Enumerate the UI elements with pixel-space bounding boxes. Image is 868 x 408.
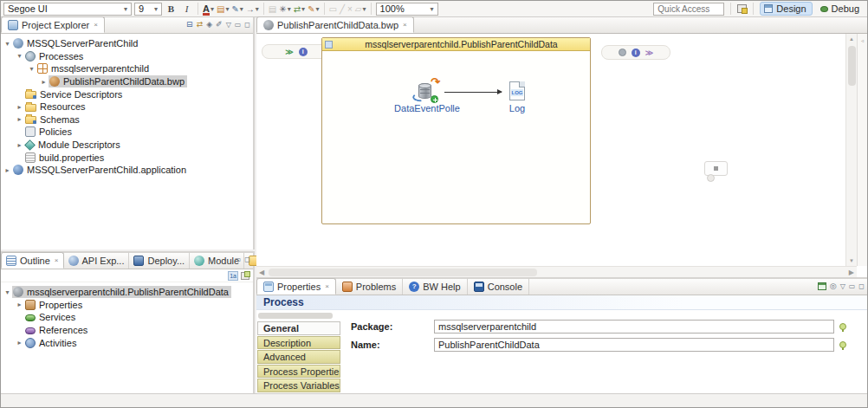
scrollbar-thumb[interactable] — [269, 269, 537, 276]
tab-deployment[interactable]: Deploy... — [129, 252, 190, 269]
scroll-right-icon[interactable]: ▶ — [846, 269, 857, 276]
line-color-button[interactable]: ✎▾ — [231, 4, 243, 14]
partner-icon[interactable] — [619, 49, 626, 56]
side-tab-description[interactable]: Description — [257, 336, 340, 350]
sort-alphabetical-icon[interactable]: 1a — [228, 271, 238, 281]
tree-item-package[interactable]: ▾ mssqlserverparentchild — [1, 62, 253, 75]
tab-console[interactable]: Console — [468, 278, 529, 295]
open-perspective-icon[interactable] — [737, 4, 747, 13]
close-icon[interactable]: × — [55, 256, 59, 264]
design-perspective-button[interactable]: Design — [760, 2, 812, 16]
outline-item-activities[interactable]: ▸ Activities — [1, 336, 253, 349]
palette-collapse-icon[interactable]: ◃ — [861, 38, 864, 43]
tree-item-processes[interactable]: ▾ Processes — [1, 50, 253, 63]
chevron-collapsed-icon[interactable]: ▸ — [15, 301, 24, 308]
chevron-collapsed-icon[interactable]: ▸ — [15, 141, 24, 149]
minimize-icon[interactable]: ▭ — [849, 282, 856, 290]
scroll-left-icon[interactable]: ◀ — [256, 269, 267, 276]
chevron-collapsed-icon[interactable]: ▸ — [15, 115, 24, 123]
debug-perspective-button[interactable]: Debug — [817, 3, 865, 15]
view-menu-icon[interactable]: ▽ — [226, 21, 231, 29]
customize-view-icon[interactable]: ✐ — [216, 20, 223, 29]
link-style-button[interactable]: ⇄▾ — [294, 4, 305, 14]
activity-label-log[interactable]: Log — [502, 103, 533, 113]
chevron-collapsed-icon[interactable]: ▸ — [15, 103, 24, 111]
minimize-icon[interactable]: ▭ — [235, 256, 242, 263]
close-icon[interactable]: × — [325, 282, 329, 290]
info-icon[interactable]: i — [299, 48, 308, 56]
connector-style-button[interactable]: →▾ — [246, 4, 259, 14]
side-tab-process-variables[interactable]: Process Variables — [257, 379, 340, 392]
canvas-horizontal-scrollbar[interactable]: ◀ ▶ — [256, 266, 857, 277]
activity-dataeventpoller[interactable]: ▾ ↷ — [412, 79, 440, 103]
zoom-level-combo[interactable]: 100% ▾ — [376, 3, 438, 16]
snap-glue-button[interactable]: ✳▾ — [279, 4, 290, 14]
scroll-up-icon[interactable]: ▲ — [849, 34, 854, 44]
scrollbar-thumb[interactable] — [848, 46, 856, 86]
side-tab-process-properties[interactable]: Process Properties — [257, 365, 340, 379]
geometry-shape-button[interactable]: ▱▾ — [355, 4, 366, 14]
add-service-icon[interactable]: ≫ — [285, 48, 293, 56]
fill-color-button[interactable]: ▤▾ — [217, 4, 229, 14]
view-menu-icon[interactable]: ▽ — [840, 282, 845, 290]
link-with-editor-icon[interactable]: ⇄ — [197, 20, 204, 29]
side-tab-advanced[interactable]: Advanced — [257, 350, 340, 364]
chevron-expanded-icon[interactable]: ▾ — [3, 40, 12, 48]
tree-item-project[interactable]: ▾ MSSQLServerParentChild — [1, 37, 253, 50]
geometry-line-button[interactable]: ╱ — [340, 4, 345, 14]
open-new-view-icon[interactable] — [818, 282, 826, 290]
add-reference-icon[interactable]: ≫ — [645, 49, 653, 57]
copy-appearance-button[interactable]: ▤ — [269, 4, 276, 14]
font-family-combo[interactable]: Segoe UI ▾ — [3, 3, 132, 16]
transition-arrow[interactable] — [444, 92, 502, 93]
process-canvas[interactable]: ≫ i mssqlserverparentchild.PublishParent… — [256, 34, 867, 277]
name-input[interactable] — [434, 338, 834, 352]
tab-api-explorer[interactable]: API Exp... — [64, 252, 130, 269]
tab-outline[interactable]: Outline × — [1, 252, 64, 269]
chevron-collapsed-icon[interactable]: ▸ — [15, 339, 24, 346]
tree-item-policies[interactable]: Policies — [1, 126, 253, 139]
outline-item-process-root[interactable]: ▾ mssqlserverparentchild.PublishParentCh… — [1, 286, 253, 299]
scroll-down-icon[interactable]: ▼ — [849, 256, 854, 266]
tab-project-explorer[interactable]: Project Explorer × — [1, 16, 105, 33]
maximize-icon[interactable]: ◻ — [244, 21, 250, 29]
chevron-collapsed-icon[interactable]: ▸ — [3, 166, 12, 174]
tab-bwp-editor[interactable]: PublishParentChildData.bwp × — [256, 16, 414, 33]
maximize-icon[interactable]: ◻ — [244, 256, 250, 263]
side-tab-general[interactable]: General — [257, 321, 340, 335]
italic-button[interactable]: I — [180, 3, 193, 14]
filter-icon[interactable] — [241, 272, 249, 280]
collapse-all-icon[interactable]: ⊟ — [186, 20, 193, 29]
tree-item-service-descriptors[interactable]: Service Descriptors — [1, 87, 253, 100]
process-scope-header[interactable]: mssqlserverparentchild.PublishParentChil… — [322, 38, 590, 51]
pin-view-icon[interactable]: ◎ — [830, 282, 837, 290]
tree-item-schemas[interactable]: ▸ Schemas — [1, 113, 253, 126]
canvas-vertical-scrollbar[interactable]: ▲ ▼ — [845, 34, 857, 266]
tree-item-module-descriptors[interactable]: ▸ Module Descriptors — [1, 139, 253, 152]
close-icon[interactable]: × — [94, 21, 98, 29]
font-color-button[interactable]: A▾ — [203, 3, 214, 14]
process-scope-box[interactable]: mssqlserverparentchild.PublishParentChil… — [321, 37, 591, 224]
chevron-expanded-icon[interactable]: ▾ — [27, 65, 36, 73]
minimize-icon[interactable]: ▭ — [235, 21, 242, 29]
info-icon[interactable]: i — [632, 49, 640, 57]
geometry-rect-button[interactable]: ▭ — [329, 4, 337, 14]
outline-item-properties[interactable]: ▸ Properties — [1, 299, 253, 312]
chevron-collapsed-icon[interactable]: ▸ — [39, 78, 49, 86]
package-input[interactable] — [434, 320, 834, 334]
activity-label-dataeventpoller[interactable]: DataEventPolle — [391, 103, 463, 113]
maximize-icon[interactable]: ◻ — [858, 282, 865, 290]
chevron-expanded-icon[interactable]: ▾ — [15, 52, 24, 60]
tree-item-build-properties[interactable]: build.properties — [1, 151, 253, 164]
focus-icon[interactable]: ◈ — [206, 20, 212, 29]
bold-button[interactable]: B — [165, 3, 178, 16]
close-icon[interactable]: × — [403, 21, 407, 29]
format-painter-button[interactable]: ✎▾ — [308, 4, 319, 14]
font-size-combo[interactable]: 9 ▾ — [134, 3, 162, 16]
outline-item-references[interactable]: References — [1, 324, 253, 337]
tab-properties[interactable]: Properties × — [256, 278, 336, 295]
chevron-expanded-icon[interactable]: ▾ — [3, 288, 12, 296]
tree-item-bwp-file[interactable]: ▸ PublishParentChildData.bwp — [1, 75, 253, 88]
tab-bw-help[interactable]: ? BW Help — [403, 278, 467, 295]
outline-item-services[interactable]: Services — [1, 311, 253, 324]
